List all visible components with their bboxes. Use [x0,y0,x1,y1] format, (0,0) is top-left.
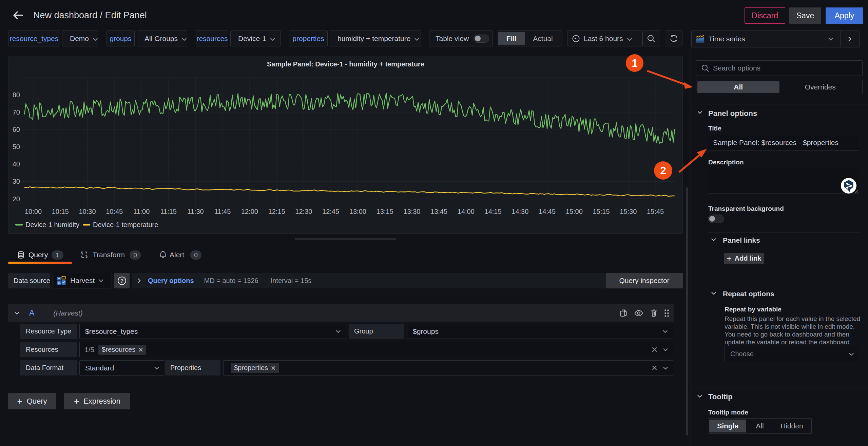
svg-text:2: 2 [660,165,666,177]
svg-text:1: 1 [632,57,637,69]
